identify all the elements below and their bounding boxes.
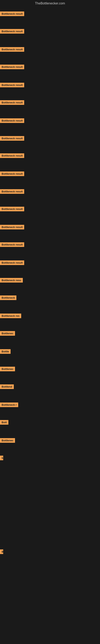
bottleneck-item-18[interactable]: Bottleneck res: [0, 314, 21, 319]
bottleneck-item-9[interactable]: Bottleneck result: [0, 153, 24, 159]
bottleneck-badge-8: Bottleneck result: [0, 136, 24, 141]
bottleneck-item-3[interactable]: Bottleneck result: [0, 47, 24, 52]
bottleneck-item-24[interactable]: Bott: [0, 420, 8, 426]
bottleneck-badge-10: Bottleneck result: [0, 172, 24, 176]
bottleneck-badge-2: Bottleneck result: [0, 29, 24, 34]
bottleneck-badge-18: Bottleneck res: [0, 314, 21, 318]
bottleneck-badge-24: Bott: [0, 420, 8, 425]
bottleneck-badge-9: Bottleneck result: [0, 153, 24, 158]
bottleneck-badge-14: Bottleneck result: [0, 242, 24, 247]
bottleneck-item-27[interactable]: B: [0, 550, 3, 555]
bottleneck-item-25[interactable]: Bottlenec: [0, 438, 15, 444]
bottleneck-item-14[interactable]: Bottleneck result: [0, 242, 24, 248]
bottleneck-item-1[interactable]: Bottleneck result: [0, 12, 24, 17]
bottleneck-item-7[interactable]: Bottleneck result: [0, 118, 24, 124]
bottleneck-badge-26: b: [0, 456, 3, 460]
bottleneck-item-6[interactable]: Bottleneck result: [0, 100, 24, 106]
bottleneck-badge-4: Bottleneck result: [0, 64, 24, 69]
bottleneck-badge-6: Bottleneck result: [0, 100, 24, 105]
bottleneck-badge-17: Bottleneck: [0, 296, 16, 300]
bottleneck-badge-3: Bottleneck result: [0, 47, 24, 52]
bottleneck-item-13[interactable]: Bottleneck result: [0, 225, 24, 230]
bottleneck-item-4[interactable]: Bottleneck result: [0, 64, 24, 70]
bottleneck-item-26[interactable]: b: [0, 456, 3, 461]
bottleneck-badge-15: Bottleneck result: [0, 260, 24, 265]
bottleneck-item-23[interactable]: Bottleneck r: [0, 402, 18, 408]
bottleneck-badge-19: Bottlenec: [0, 331, 15, 336]
bottleneck-badge-20: Bottle: [0, 349, 11, 354]
bottleneck-badge-22: Bottlend: [0, 384, 14, 389]
bottleneck-item-21[interactable]: Bottlenec: [0, 367, 15, 372]
bottleneck-badge-11: Bottleneck result: [0, 189, 24, 194]
bottleneck-item-22[interactable]: Bottlend: [0, 384, 14, 390]
bottleneck-badge-25: Bottlenec: [0, 438, 15, 443]
bottleneck-item-10[interactable]: Bottleneck result: [0, 172, 24, 177]
bottleneck-item-5[interactable]: Bottleneck result: [0, 83, 24, 88]
site-title: TheBottlenecker.com: [0, 0, 100, 7]
bottleneck-item-15[interactable]: Bottleneck result: [0, 260, 24, 266]
bottleneck-item-20[interactable]: Bottle: [0, 349, 11, 354]
bottleneck-item-17[interactable]: Bottleneck: [0, 296, 16, 301]
bottleneck-badge-5: Bottleneck result: [0, 83, 24, 87]
bottleneck-item-12[interactable]: Bottleneck result: [0, 207, 24, 212]
bottleneck-badge-13: Bottleneck result: [0, 225, 24, 230]
bottleneck-badge-23: Bottleneck r: [0, 402, 18, 407]
bottleneck-badge-27: B: [0, 550, 3, 554]
bottleneck-item-11[interactable]: Bottleneck result: [0, 189, 24, 194]
bottleneck-item-2[interactable]: Bottleneck result: [0, 29, 24, 34]
bottleneck-item-19[interactable]: Bottlenec: [0, 331, 15, 336]
bottleneck-badge-21: Bottlenec: [0, 367, 15, 371]
bottleneck-badge-7: Bottleneck result: [0, 118, 24, 123]
bottleneck-badge-1: Bottleneck result: [0, 12, 24, 16]
bottleneck-badge-12: Bottleneck result: [0, 207, 24, 211]
bottleneck-item-16[interactable]: Bottleneck resu: [0, 278, 23, 283]
bottleneck-item-8[interactable]: Bottleneck result: [0, 136, 24, 142]
bottleneck-badge-16: Bottleneck resu: [0, 278, 23, 282]
